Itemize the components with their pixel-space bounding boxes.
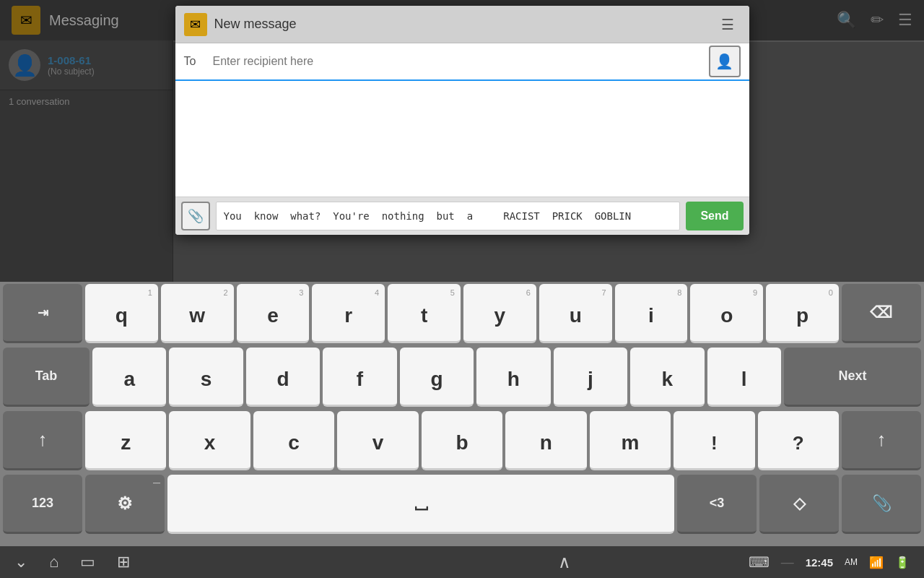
nav-down-arrow[interactable]: ⌄ [14, 553, 27, 571]
key-b[interactable]: b [422, 411, 502, 470]
key-w-number: 2 [223, 288, 227, 297]
contacts-icon: 👤 [715, 53, 733, 70]
image-key[interactable]: 📎 [842, 475, 921, 534]
dialog-envelope-icon: ✉ [184, 13, 207, 36]
key-u-number: 7 [601, 288, 606, 297]
key-b-letter: b [456, 433, 468, 453]
key-exclaim-letter: ! [711, 434, 718, 452]
nav-screenshot[interactable]: ⊞ [117, 553, 130, 571]
heart-key[interactable]: <3 [677, 475, 757, 534]
key-n-letter: n [540, 433, 552, 453]
key-q-letter: q [116, 306, 128, 326]
key-y-number: 6 [526, 288, 531, 297]
key-g-letter: g [430, 369, 443, 389]
heart-label: <3 [710, 496, 725, 511]
attachment-button[interactable]: 📎 [181, 202, 210, 230]
key-l[interactable]: l [707, 348, 781, 407]
nav-up-arrow[interactable]: ∧ [558, 552, 571, 572]
keyboard-switch-key[interactable]: ⇥ [3, 284, 82, 343]
settings-key[interactable]: ⚙ — [85, 475, 165, 534]
key-x[interactable]: x [169, 411, 250, 470]
dialog-overlay: ✉ New message ☰ To 👤 📎 Send [0, 0, 924, 282]
send-button[interactable]: Send [686, 202, 743, 230]
bottom-nav: ⌄ ⌂ ▭ ⊞ ∧ ⌨ — 12:45 AM 📶 🔋 [0, 546, 924, 578]
key-m-letter: m [621, 433, 639, 453]
shift-right-key[interactable]: ↑ [842, 411, 921, 470]
key-c-letter: c [288, 433, 300, 453]
key-k-letter: k [661, 369, 673, 389]
next-key[interactable]: Next [784, 348, 921, 407]
keyboard-icon[interactable]: ⌨ [749, 553, 770, 571]
key-j[interactable]: j [554, 348, 627, 407]
key-a[interactable]: a [92, 348, 166, 407]
message-body [175, 81, 749, 197]
key-d[interactable]: d [246, 348, 320, 407]
key-e[interactable]: 3 e [237, 284, 310, 343]
key-w[interactable]: 2 w [161, 284, 234, 343]
key-w-letter: w [189, 306, 205, 326]
key-v[interactable]: v [337, 411, 418, 470]
key-r[interactable]: 4 r [312, 284, 385, 343]
keyboard-row-4: 123 ⚙ — ⎵ <3 ◇ 📎 [0, 473, 924, 536]
nav-recent-apps[interactable]: ▭ [80, 553, 95, 571]
key-r-letter: r [344, 306, 352, 326]
space-key[interactable]: ⎵ [167, 475, 674, 534]
settings-dash: — [153, 479, 160, 487]
nav-group-left: ⌄ ⌂ ▭ ⊞ [14, 553, 381, 571]
next-label: Next [838, 368, 866, 384]
contacts-button[interactable]: 👤 [709, 46, 741, 77]
key-e-number: 3 [299, 288, 303, 297]
num-key[interactable]: 123 [3, 475, 82, 534]
key-n[interactable]: n [505, 411, 586, 470]
key-question[interactable]: ? [758, 411, 839, 470]
nav-group-right: ⌨ — 12:45 AM 📶 🔋 [749, 553, 910, 571]
key-i-letter: i [648, 306, 654, 326]
key-o[interactable]: 9 o [690, 284, 763, 343]
key-t-letter: t [421, 306, 427, 326]
message-input[interactable] [216, 202, 681, 230]
backspace-key[interactable]: ⌫ [842, 284, 921, 343]
keyboard: ⇥ 1 q 2 w 3 e 4 r 5 t 6 y 7 u [0, 282, 924, 546]
tab-key[interactable]: Tab [3, 348, 90, 407]
status-time: 12:45 [806, 556, 833, 569]
key-k[interactable]: k [630, 348, 704, 407]
key-a-letter: a [123, 369, 135, 389]
key-y[interactable]: 6 y [463, 284, 536, 343]
key-s[interactable]: s [169, 348, 243, 407]
nav-dash: — [781, 555, 794, 570]
key-z[interactable]: z [85, 411, 166, 470]
num-label: 123 [32, 496, 53, 511]
signal-icon: 📶 [869, 556, 884, 569]
key-question-letter: ? [793, 434, 804, 452]
key-v-letter: v [372, 433, 384, 453]
image-icon: 📎 [872, 494, 892, 513]
key-p[interactable]: 0 p [766, 284, 839, 343]
key-c[interactable]: c [253, 411, 334, 470]
switch-icon: ⇥ [38, 305, 48, 321]
key-h[interactable]: h [476, 348, 550, 407]
nav-home[interactable]: ⌂ [49, 553, 58, 571]
key-f[interactable]: f [323, 348, 396, 407]
key-j-letter: j [588, 369, 593, 389]
key-d-letter: d [277, 369, 289, 389]
key-o-number: 9 [753, 288, 757, 297]
battery-icon: 🔋 [895, 556, 910, 569]
key-p-number: 0 [829, 288, 833, 297]
key-g[interactable]: g [400, 348, 474, 407]
key-q[interactable]: 1 q [85, 284, 158, 343]
key-m[interactable]: m [590, 411, 671, 470]
erase-key[interactable]: ◇ [759, 475, 839, 534]
key-u[interactable]: 7 u [539, 284, 612, 343]
compose-bar: 📎 Send [175, 197, 749, 235]
recipient-input[interactable] [213, 55, 702, 68]
key-p-letter: p [796, 306, 808, 326]
dialog-header: ✉ New message ☰ [175, 6, 749, 43]
key-exclaim[interactable]: ! [674, 411, 754, 470]
shift-left-icon: ↑ [38, 428, 48, 451]
key-t[interactable]: 5 t [388, 284, 461, 343]
dialog-menu-button[interactable]: ☰ [715, 12, 741, 38]
key-q-number: 1 [148, 288, 152, 297]
key-y-letter: y [494, 306, 506, 326]
key-i[interactable]: 8 i [615, 284, 688, 343]
shift-left-key[interactable]: ↑ [3, 411, 82, 470]
